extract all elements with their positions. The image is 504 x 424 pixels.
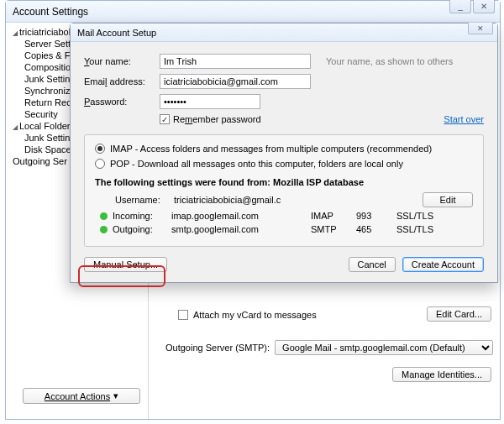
- start-over-link[interactable]: Start over: [444, 114, 484, 124]
- incoming-security: SSL/TLS: [396, 211, 433, 221]
- username-value: triciatriciabobicia@gmail.c: [174, 195, 308, 205]
- protocol-box: IMAP - Access folders and messages from …: [84, 134, 484, 247]
- outgoing-proto: SMTP: [311, 224, 351, 234]
- edit-button[interactable]: Edit: [423, 192, 473, 207]
- outgoing-port: 465: [356, 224, 391, 234]
- incoming-host: imap.googlemail.com: [171, 211, 306, 221]
- mail-account-setup-dialog: Mail Account Setup ✕ Your name: Your nam…: [70, 23, 498, 283]
- remember-password-label: Remember password: [173, 114, 261, 124]
- email-label: Email address:: [84, 76, 160, 86]
- dialog-title: Mail Account Setup: [77, 28, 156, 38]
- create-account-button[interactable]: Create Account: [402, 257, 484, 272]
- attach-vcard-checkbox[interactable]: [178, 310, 188, 320]
- your-name-hint: Your name, as shown to others: [326, 56, 453, 66]
- minimize-button[interactable]: _: [449, 0, 471, 13]
- close-button[interactable]: ✕: [473, 0, 495, 13]
- outgoing-security: SSL/TLS: [396, 224, 433, 234]
- password-label: Password:: [84, 97, 160, 107]
- dialog-titlebar: Mail Account Setup ✕: [71, 24, 497, 42]
- manage-identities-button[interactable]: Manage Identities...: [392, 367, 491, 382]
- incoming-label: Incoming:: [113, 211, 166, 221]
- username-label: Username:: [115, 195, 169, 205]
- smtp-label: Outgoing Server (SMTP):: [165, 343, 270, 353]
- account-actions-button[interactable]: Account Actions ▾: [23, 388, 140, 404]
- dropdown-icon: ▾: [113, 390, 118, 401]
- attach-vcard-label: Attach my vCard to messages: [193, 310, 317, 320]
- account-settings-titlebar: Account Settings _ ✕: [6, 1, 500, 23]
- status-dot-icon: [100, 212, 108, 220]
- dialog-close-button[interactable]: ✕: [468, 23, 493, 34]
- password-field[interactable]: [160, 94, 260, 109]
- cancel-button[interactable]: Cancel: [349, 257, 396, 272]
- incoming-port: 993: [356, 211, 391, 221]
- smtp-select[interactable]: Google Mail - smtp.googlemail.com (Defau…: [275, 340, 493, 355]
- outgoing-host: smtp.googlemail.com: [171, 224, 306, 234]
- outgoing-label: Outgoing:: [113, 224, 166, 234]
- account-settings-title: Account Settings: [13, 6, 88, 18]
- your-name-label: Your name:: [84, 56, 160, 66]
- imap-radio[interactable]: [95, 144, 105, 154]
- edit-card-button[interactable]: Edit Card...: [427, 306, 491, 322]
- pop-label: POP - Download all messages onto this co…: [110, 159, 403, 169]
- settings-found-label: The following settings were found from: …: [95, 177, 473, 187]
- your-name-field[interactable]: [160, 54, 311, 69]
- pop-radio[interactable]: [95, 159, 105, 169]
- imap-label: IMAP - Access folders and messages from …: [110, 144, 432, 154]
- email-field[interactable]: [160, 74, 311, 89]
- incoming-proto: IMAP: [311, 211, 351, 221]
- manual-setup-button[interactable]: Manual Setup...: [84, 257, 167, 272]
- status-dot-icon: [100, 226, 108, 233]
- remember-password-checkbox[interactable]: ✓: [160, 114, 170, 124]
